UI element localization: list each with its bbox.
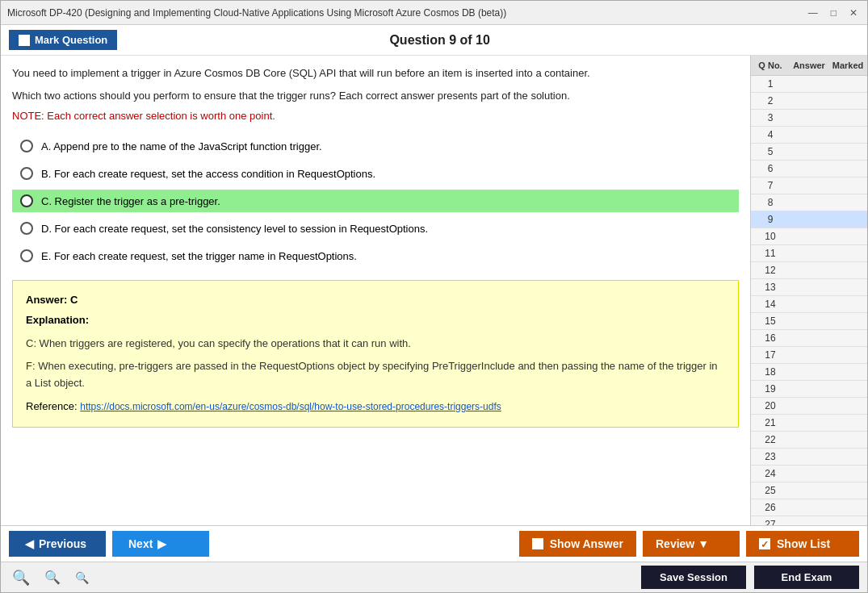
sidebar-cell-qno: 20 (751, 398, 790, 414)
sidebar-rows-container: 1 2 3 4 5 6 7 8 (751, 76, 867, 525)
sidebar-row[interactable]: 19 (751, 381, 867, 398)
sidebar-cell-answer (790, 144, 828, 160)
sidebar-row[interactable]: 7 (751, 177, 867, 194)
end-exam-button[interactable]: End Exam (754, 566, 859, 589)
option-a[interactable]: A. Append pre to the name of the JavaScr… (12, 135, 739, 157)
review-button[interactable]: Review ▼ (643, 531, 740, 557)
sidebar-cell-marked (828, 398, 867, 414)
sidebar-cell-qno: 18 (751, 364, 790, 380)
option-c[interactable]: C. Register the trigger as a pre-trigger… (12, 190, 739, 212)
sidebar-row[interactable]: 20 (751, 398, 867, 415)
sidebar-cell-qno: 7 (751, 177, 790, 194)
next-button[interactable]: Next ▶ (112, 531, 209, 557)
sidebar-row[interactable]: 6 (751, 161, 867, 177)
save-session-label: Save Session (660, 571, 728, 583)
sidebar-row[interactable]: 9 (751, 211, 867, 228)
sidebar-cell-answer (790, 398, 828, 414)
sidebar-cell-answer (790, 245, 828, 261)
sidebar-row[interactable]: 3 (751, 110, 867, 127)
sidebar-row[interactable]: 25 (751, 482, 867, 499)
sidebar-cell-marked (828, 466, 867, 482)
option-e[interactable]: E. For each create request, set the trig… (12, 244, 739, 267)
sidebar-row[interactable]: 1 (751, 76, 867, 93)
reference-link[interactable]: https://docs.microsoft.com/en-us/azure/c… (80, 401, 501, 412)
sidebar-row[interactable]: 5 (751, 144, 867, 161)
sidebar-cell-qno: 23 (751, 449, 790, 465)
end-exam-label: End Exam (782, 571, 832, 583)
sidebar-cell-qno: 19 (751, 381, 790, 397)
answer-box: Answer: C Explanation: C: When triggers … (12, 280, 739, 428)
sidebar-cell-answer (790, 228, 828, 244)
sidebar-row[interactable]: 11 (751, 245, 867, 262)
status-bar: 🔍 🔍 🔍 Save Session End Exam (1, 562, 867, 592)
option-e-radio[interactable] (20, 249, 33, 262)
sidebar-cell-marked (828, 449, 867, 465)
sidebar-cell-qno: 3 (751, 110, 790, 126)
previous-button[interactable]: ◀ Previous (9, 531, 106, 557)
sidebar-row[interactable]: 26 (751, 499, 867, 516)
show-answer-button[interactable]: Show Answer (519, 531, 636, 557)
sidebar-cell-qno: 21 (751, 415, 790, 431)
option-b[interactable]: B. For each create request, set the acce… (12, 162, 739, 185)
window-frame: Microsoft DP-420 (Designing and Implemen… (0, 0, 868, 593)
sidebar-row[interactable]: 24 (751, 466, 867, 482)
minimize-button[interactable]: — (805, 7, 821, 19)
sidebar-row[interactable]: 13 (751, 279, 867, 296)
sidebar-cell-marked (828, 211, 867, 228)
sidebar-row[interactable]: 16 (751, 330, 867, 347)
zoom-reset-button[interactable]: 🔍 (41, 568, 64, 587)
close-button[interactable]: ✕ (846, 7, 861, 19)
sidebar-cell-answer (790, 110, 828, 126)
sidebar-row[interactable]: 4 (751, 127, 867, 144)
option-a-radio[interactable] (20, 140, 33, 152)
prev-arrow-icon: ◀ (25, 537, 34, 550)
sidebar-row[interactable]: 27 (751, 516, 867, 525)
sidebar-row[interactable]: 10 (751, 228, 867, 245)
sidebar-row[interactable]: 15 (751, 313, 867, 330)
zoom-in-button[interactable]: 🔍 (72, 570, 92, 586)
explanation-line1: C: When triggers are registered, you can… (26, 336, 725, 353)
toolbar: Mark Question Question 9 of 10 (1, 25, 867, 56)
option-d[interactable]: D. For each create request, set the cons… (12, 217, 739, 240)
sidebar-cell-answer (790, 381, 828, 397)
sidebar-row[interactable]: 8 (751, 194, 867, 211)
sidebar-row[interactable]: 23 (751, 449, 867, 466)
option-b-radio[interactable] (20, 167, 33, 180)
title-bar-controls: — □ ✕ (805, 7, 861, 19)
sidebar-cell-qno: 4 (751, 127, 790, 143)
save-session-button[interactable]: Save Session (641, 566, 746, 589)
sidebar-cell-qno: 25 (751, 482, 790, 499)
show-list-button[interactable]: ✓ Show List (746, 531, 859, 557)
sidebar-row[interactable]: 14 (751, 296, 867, 313)
explanation-title: Explanation: (26, 312, 725, 329)
sidebar-row[interactable]: 12 (751, 262, 867, 279)
sidebar-cell-qno: 24 (751, 466, 790, 482)
reference-line: Reference: https://docs.microsoft.com/en… (26, 399, 725, 416)
option-d-radio[interactable] (20, 222, 33, 235)
zoom-out-button[interactable]: 🔍 (9, 567, 33, 588)
sidebar-cell-answer (790, 177, 828, 194)
sidebar-row[interactable]: 17 (751, 347, 867, 364)
mark-question-label: Mark Question (35, 34, 107, 46)
reference-label: Reference: (26, 400, 78, 412)
sidebar-row[interactable]: 22 (751, 432, 867, 449)
sidebar-cell-answer (790, 279, 828, 295)
answer-title: Answer: C (26, 292, 725, 309)
maximize-button[interactable]: □ (828, 7, 840, 19)
option-c-radio[interactable] (20, 194, 33, 207)
sidebar-row[interactable]: 21 (751, 415, 867, 432)
sidebar-cell-qno: 11 (751, 245, 790, 261)
sidebar-cell-answer (790, 76, 828, 92)
sidebar-cell-answer (790, 347, 828, 363)
sidebar: Q No. Answer Marked 1 2 3 4 5 6 (750, 56, 867, 525)
sidebar-cell-answer (790, 499, 828, 516)
sidebar-cell-qno: 8 (751, 194, 790, 211)
sidebar-cell-qno: 13 (751, 279, 790, 295)
question-text-1: You need to implement a trigger in Azure… (12, 65, 739, 81)
mark-question-button[interactable]: Mark Question (9, 30, 117, 50)
sidebar-cell-answer (790, 194, 828, 211)
sidebar-row[interactable]: 18 (751, 364, 867, 381)
sidebar-row[interactable]: 2 (751, 93, 867, 110)
sidebar-cell-answer (790, 211, 828, 228)
option-b-text: B. For each create request, set the acce… (41, 168, 375, 180)
